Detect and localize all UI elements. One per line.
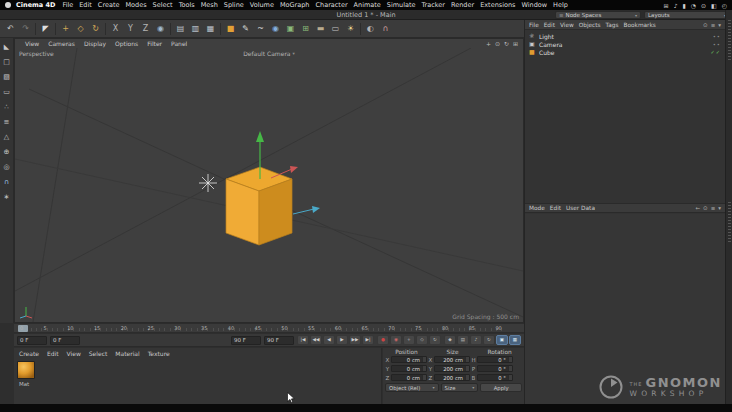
- value-stepper[interactable]: [422, 375, 426, 380]
- camera-object-button[interactable]: ▭: [328, 21, 343, 36]
- goto-start-button[interactable]: |◀: [297, 335, 309, 345]
- pen-tool-button[interactable]: ✎: [238, 21, 253, 36]
- menubar-item[interactable]: Create: [95, 1, 123, 9]
- preview-end-field[interactable]: 90 F: [231, 336, 261, 345]
- material-menu-item[interactable]: Texture: [148, 350, 170, 357]
- menubar-item[interactable]: Help: [550, 1, 571, 9]
- menubar-item[interactable]: MoGraph: [277, 1, 313, 9]
- viewport-menu-item[interactable]: Filter: [147, 40, 162, 47]
- record-scale-toggle[interactable]: ◇: [416, 335, 428, 345]
- current-frame-field[interactable]: 0 F: [50, 336, 80, 345]
- render-view-button[interactable]: ▤: [173, 21, 188, 36]
- y-axis-arrowhead[interactable]: [256, 131, 264, 142]
- redo-button[interactable]: ↷: [18, 21, 33, 36]
- menubar-item[interactable]: Character: [312, 1, 350, 9]
- hud-button[interactable]: ▦: [509, 335, 521, 345]
- attribute-manager-menu-item[interactable]: Edit: [550, 205, 561, 211]
- volume-status-icon[interactable]: ♪: [674, 2, 678, 9]
- previous-key-button[interactable]: ◀◀: [310, 335, 322, 345]
- filter-icon[interactable]: ≡: [711, 22, 716, 28]
- coordinate-system-toggle[interactable]: ◉: [153, 21, 168, 36]
- options-icon[interactable]: ▾: [718, 205, 721, 211]
- record-keyframe-button[interactable]: ●: [377, 335, 389, 345]
- edges-mode-button[interactable]: ≡: [1, 116, 13, 128]
- value-stepper[interactable]: [465, 357, 469, 362]
- viewport-menu-item[interactable]: Cameras: [48, 40, 75, 47]
- object-row[interactable]: ☼ Light ∙∙: [525, 32, 725, 40]
- menubar-item[interactable]: Tools: [176, 1, 198, 9]
- viewport-menu-item[interactable]: Options: [115, 40, 138, 47]
- clock-status-icon[interactable]: ◴: [722, 2, 727, 9]
- menubar-item[interactable]: Mesh: [198, 1, 221, 9]
- object-name[interactable]: Cube: [539, 49, 555, 56]
- object-tags[interactable]: ∙∙: [713, 41, 721, 47]
- position-value-field[interactable]: 0 cm: [391, 356, 427, 363]
- menubar-item[interactable]: Window: [518, 1, 550, 9]
- points-mode-button[interactable]: ∴: [1, 101, 13, 113]
- symmetry-button[interactable]: ▣: [283, 21, 298, 36]
- pan-view-icon[interactable]: +: [486, 40, 491, 47]
- object-manager-menu-item[interactable]: Edit: [544, 22, 555, 28]
- object-manager-menu-item[interactable]: File: [529, 22, 539, 28]
- menubar-item[interactable]: Modes: [122, 1, 149, 9]
- filter-icon[interactable]: ≡: [711, 205, 716, 211]
- light-object-button[interactable]: ☀: [343, 21, 358, 36]
- x-axis-lock[interactable]: X: [108, 21, 123, 36]
- attribute-manager-menu-item[interactable]: User Data: [566, 205, 595, 211]
- object-row[interactable]: ■ Cube ✓✓: [525, 48, 725, 56]
- position-value-field[interactable]: 0 cm: [391, 365, 427, 372]
- keyboard-status-icon[interactable]: ⊞: [664, 2, 669, 9]
- viewport-menu-item[interactable]: Panel: [171, 40, 187, 47]
- loop-button[interactable]: ↻: [483, 335, 495, 345]
- value-stepper[interactable]: [422, 357, 426, 362]
- y-axis-lock[interactable]: Y: [123, 21, 138, 36]
- size-value-field[interactable]: 200 cm: [434, 356, 470, 363]
- value-stepper[interactable]: [508, 357, 512, 362]
- viewport-solo-button[interactable]: ◎: [1, 161, 13, 173]
- attribute-manager-menu-item[interactable]: Mode: [529, 205, 545, 211]
- z-axis-handle[interactable]: [293, 209, 314, 214]
- object-tags[interactable]: ∙∙: [713, 33, 721, 39]
- sound-button[interactable]: ♪: [470, 335, 482, 345]
- pla-button[interactable]: ▤: [457, 335, 469, 345]
- workplane-mode-button[interactable]: ▭: [1, 86, 13, 98]
- render-settings-button[interactable]: ▦: [203, 21, 218, 36]
- position-value-field[interactable]: 0 cm: [391, 374, 427, 381]
- timeline-ruler[interactable]: 051015202530354045505560657075808590: [14, 323, 524, 333]
- material-menu-item[interactable]: Edit: [47, 350, 59, 357]
- object-manager-menu-item[interactable]: Objects: [579, 22, 601, 28]
- material-menu-item[interactable]: Create: [19, 350, 39, 357]
- x-axis-arrowhead[interactable]: [290, 166, 298, 173]
- battery-status-icon[interactable]: ▮: [682, 2, 685, 9]
- viewport-menu-item[interactable]: Display: [84, 40, 106, 47]
- size-value-field[interactable]: 200 cm: [434, 365, 470, 372]
- toggle-views-icon[interactable]: ⊞: [513, 40, 518, 47]
- layouts-dropdown[interactable]: Layouts ▾: [644, 11, 730, 19]
- enable-axis-button[interactable]: ⊕: [1, 146, 13, 158]
- size-value-field[interactable]: 200 cm: [434, 374, 470, 381]
- polygons-mode-button[interactable]: △: [1, 131, 13, 143]
- object-tags[interactable]: ✓✓: [711, 49, 721, 55]
- subdivision-surface-button[interactable]: ◉: [268, 21, 283, 36]
- menubar-item[interactable]: Animate: [351, 1, 384, 9]
- panel-grip[interactable]: [728, 20, 731, 62]
- rotation-value-field[interactable]: 0 °: [477, 374, 513, 381]
- next-key-button[interactable]: ▶▶: [349, 335, 361, 345]
- end-frame-field[interactable]: 90 F: [264, 336, 294, 345]
- add-cube-button[interactable]: ■: [223, 21, 238, 36]
- view-label[interactable]: Perspective: [19, 50, 54, 57]
- rotate-tool[interactable]: ↻: [88, 21, 103, 36]
- back-arrow-icon[interactable]: ←: [695, 205, 700, 211]
- apply-button[interactable]: Apply: [480, 383, 522, 392]
- render-picture-viewer-button[interactable]: ▥: [188, 21, 203, 36]
- menubar-item[interactable]: Spline: [221, 1, 247, 9]
- rotation-value-field[interactable]: 0 °: [477, 356, 513, 363]
- object-row[interactable]: ▣ Camera ∙∙: [525, 40, 725, 48]
- snap-settings-button[interactable]: ∩: [1, 176, 13, 188]
- camera-label[interactable]: Default Camera ▾: [243, 50, 295, 57]
- size-mode-dropdown[interactable]: Size ▾: [441, 383, 479, 392]
- value-stepper[interactable]: [465, 366, 469, 371]
- material-thumbnail[interactable]: [17, 361, 35, 379]
- material-menu-item[interactable]: Material: [115, 350, 139, 357]
- zoom-view-icon[interactable]: ⊙: [495, 40, 500, 47]
